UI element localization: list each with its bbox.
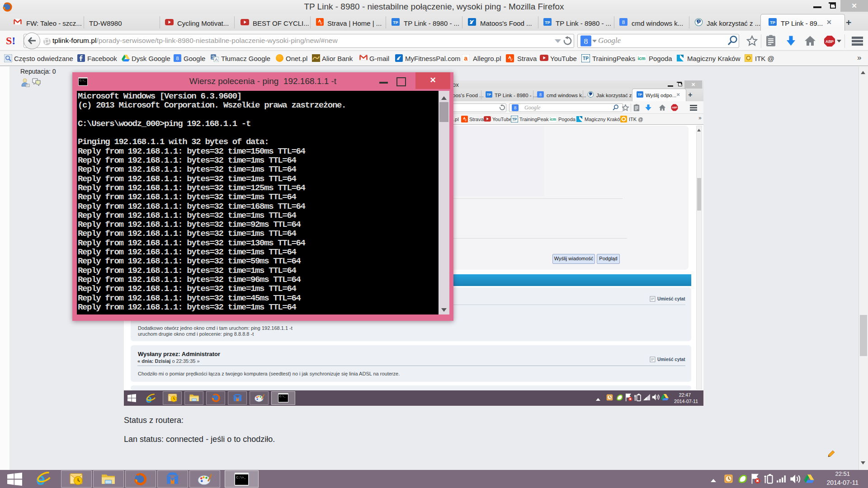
svg-text:a: a bbox=[464, 55, 468, 62]
svg-text:TP: TP bbox=[583, 56, 589, 61]
svg-text:icm: icm bbox=[637, 56, 645, 61]
svg-text:TP: TP bbox=[545, 20, 550, 25]
svg-text:TP: TP bbox=[770, 20, 775, 25]
svg-text:A: A bbox=[215, 57, 217, 62]
svg-text:C:\>_: C:\>_ bbox=[236, 476, 246, 479]
svg-text:C:\_: C:\_ bbox=[279, 395, 286, 398]
svg-text:TP: TP bbox=[638, 93, 642, 97]
svg-text:ABP: ABP bbox=[826, 39, 834, 44]
svg-text:?: ? bbox=[698, 19, 700, 23]
svg-text:8: 8 bbox=[584, 37, 588, 46]
svg-text:8: 8 bbox=[539, 92, 542, 97]
svg-text:8: 8 bbox=[176, 55, 179, 61]
svg-text:TP: TP bbox=[393, 20, 398, 25]
svg-text:TP: TP bbox=[487, 93, 491, 97]
svg-text:8: 8 bbox=[622, 19, 625, 25]
svg-text:ABP: ABP bbox=[672, 106, 677, 109]
svg-text:8: 8 bbox=[514, 105, 516, 110]
svg-text:TP: TP bbox=[512, 117, 517, 122]
svg-text:icm: icm bbox=[550, 117, 556, 122]
